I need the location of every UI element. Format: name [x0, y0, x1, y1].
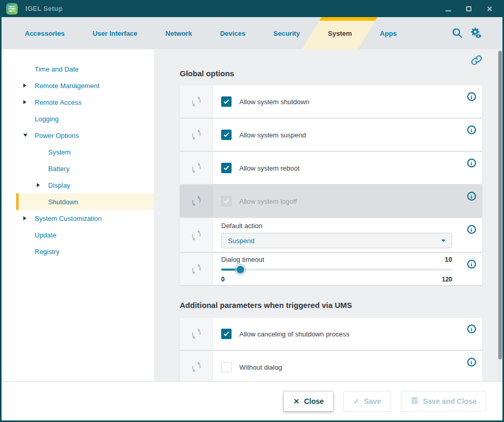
info-icon[interactable]: i [467, 92, 476, 101]
maximize-icon [466, 6, 471, 11]
sidebar-item-system[interactable]: System [2, 144, 154, 160]
sidebar-item-remote-management[interactable]: Remote Management [2, 77, 154, 94]
close-button[interactable]: ✕ Close [283, 391, 334, 412]
setting-row-allow-system-reboot: Allow system reboot i [180, 152, 482, 184]
dialog-timeout-value: 10 [445, 256, 452, 263]
setting-row-allow-system-logoff: Allow system logoff i [180, 185, 482, 217]
checkbox-label: Allow system reboot [239, 164, 299, 172]
tab-devices[interactable]: Devices [206, 17, 260, 49]
allow-canceling-shutdown-checkbox[interactable] [221, 329, 232, 339]
chevron-right-icon[interactable] [23, 100, 26, 104]
minimize-button[interactable] [441, 3, 455, 15]
info-icon[interactable]: i [467, 260, 476, 269]
sidebar-item-logging[interactable]: Logging [2, 110, 154, 127]
allow-system-logoff-checkbox [221, 196, 232, 206]
minimize-icon [445, 10, 451, 11]
dialog-timeout-max: 120 [442, 276, 452, 283]
footer-action-bar: ✕ Close ✓ Save Save and Close [2, 381, 502, 420]
checkbox-label: Without dialog [239, 363, 282, 371]
sidebar-item-system-customization[interactable]: System Customization [2, 210, 154, 227]
section-heading-global-options: Global options [180, 69, 482, 78]
app-sliders-icon [6, 3, 18, 15]
checkbox-label: Allow system logoff [239, 198, 297, 205]
reset-icon[interactable] [180, 218, 213, 252]
check-icon: ✓ [353, 398, 359, 405]
sidebar-item-shutdown[interactable]: Shutdown [16, 193, 154, 210]
setting-row-allow-system-suspend: Allow system suspend i [180, 119, 482, 151]
dialog-timeout-slider[interactable] [221, 266, 452, 273]
default-action-label: Default action [221, 222, 452, 230]
sidebar-item-remote-access[interactable]: Remote Access [2, 94, 154, 110]
setting-row-allow-system-shutdown: Allow system shutdown i [180, 86, 482, 118]
vertical-scrollbar[interactable] [498, 49, 502, 381]
save-icon [411, 397, 419, 405]
default-action-select[interactable]: Suspend [221, 233, 452, 248]
settings-panel: Global options Allow system shutdown [154, 49, 502, 381]
sidebar-item-battery[interactable]: Battery [2, 160, 154, 177]
default-action-value: Suspend [228, 237, 254, 245]
reset-icon[interactable] [180, 119, 213, 151]
reset-icon[interactable] [180, 152, 213, 184]
settings-tree-sidebar: Time and Date Remote Management Remote A… [2, 49, 154, 381]
sidebar-item-time-and-date[interactable]: Time and Date [2, 61, 154, 77]
igel-setup-window: IGEL Setup ✕ Accessories User Interface … [0, 0, 504, 422]
save-button[interactable]: ✓ Save [343, 391, 391, 412]
reset-icon[interactable] [180, 351, 213, 381]
window-title: IGEL Setup [25, 5, 63, 12]
reset-icon[interactable] [180, 318, 213, 350]
reset-icon[interactable] [180, 86, 213, 118]
nav-tab-bar: Accessories User Interface Network Devic… [2, 17, 502, 49]
checkbox-label: Allow system suspend [239, 131, 306, 139]
slider-thumb[interactable] [237, 266, 244, 273]
checkbox-label: Allow system shutdown [239, 98, 309, 106]
setting-row-default-action: Default action Suspend i [180, 218, 482, 252]
close-icon: ✕ [293, 398, 299, 405]
allow-system-reboot-checkbox[interactable] [221, 163, 232, 173]
setting-row-allow-canceling-shutdown: Allow canceling of shutdown process i [180, 318, 482, 350]
search-icon[interactable] [451, 26, 464, 40]
chevron-right-icon[interactable] [37, 183, 40, 187]
tab-network[interactable]: Network [151, 17, 206, 49]
info-icon[interactable]: i [467, 192, 476, 201]
title-bar: IGEL Setup ✕ [2, 0, 502, 17]
dialog-timeout-min: 0 [221, 276, 225, 283]
dropdown-caret-icon [441, 240, 445, 242]
tab-system[interactable]: System [314, 17, 366, 49]
tab-accessories[interactable]: Accessories [11, 17, 79, 49]
gear-eye-icon[interactable] [469, 26, 483, 40]
maximize-button[interactable] [462, 3, 476, 15]
chevron-down-icon[interactable] [23, 134, 27, 137]
sidebar-item-display[interactable]: Display [2, 177, 154, 193]
info-icon[interactable]: i [467, 125, 476, 134]
sidebar-item-update[interactable]: Update [2, 227, 154, 243]
info-icon[interactable]: i [467, 225, 476, 234]
sidebar-item-registry[interactable]: Registry [2, 243, 154, 260]
close-icon: ✕ [486, 5, 493, 12]
close-window-button[interactable]: ✕ [483, 3, 496, 15]
scrollbar-thumb[interactable] [498, 51, 502, 359]
checkbox-label: Allow canceling of shutdown process [239, 330, 349, 338]
reset-icon[interactable] [180, 185, 213, 217]
info-icon[interactable]: i [467, 159, 476, 167]
info-icon[interactable]: i [467, 325, 476, 333]
sidebar-item-power-options[interactable]: Power Options [2, 127, 154, 144]
save-and-close-button[interactable]: Save and Close [401, 391, 487, 412]
dialog-timeout-label: Dialog timeout [221, 256, 264, 263]
tab-user-interface[interactable]: User Interface [79, 17, 152, 49]
section-heading-ums-parameters: Additional parameters when triggered via… [180, 301, 482, 310]
setting-row-dialog-timeout: Dialog timeout 10 0 120 [180, 253, 482, 285]
setting-row-without-dialog: Without dialog i [180, 351, 482, 381]
allow-system-suspend-checkbox[interactable] [221, 130, 232, 140]
chevron-right-icon[interactable] [23, 216, 26, 220]
reset-icon[interactable] [180, 253, 213, 285]
without-dialog-checkbox[interactable] [221, 362, 232, 372]
allow-system-shutdown-checkbox[interactable] [221, 96, 232, 107]
chevron-right-icon[interactable] [23, 83, 26, 88]
info-icon[interactable]: i [467, 358, 476, 367]
link-icon[interactable] [471, 54, 482, 67]
